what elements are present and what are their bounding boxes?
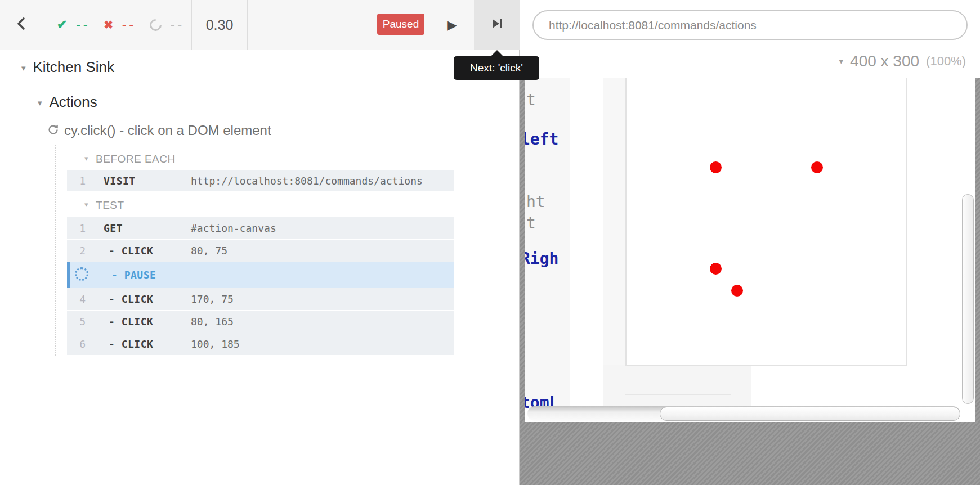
action-canvas[interactable] [625,78,907,366]
chevron-down-icon[interactable]: ▾ [84,200,88,209]
command-number: 1 [67,222,86,234]
command-message: http://localhost:8081/commands/actions [191,175,454,187]
command-row-click[interactable]: 4 - CLICK 170, 75 [67,288,454,311]
next-step-tooltip: Next: 'click' [454,56,539,80]
test-stats: ✔ -- ✖ -- -- [43,0,198,50]
code-fragment: left [525,131,558,149]
section-label-text: BEFORE EACH [96,153,176,165]
pending-count: -- [169,19,184,31]
code-fragment: t [526,214,536,232]
chevron-down-icon[interactable]: ▾ [84,154,88,163]
command-number: 5 [67,316,86,327]
test-duration: 0.30 [191,0,248,50]
before-each-header[interactable]: ▾ BEFORE EACH [84,153,176,165]
before-each-commands: 1 VISIT http://localhost:8081/commands/a… [67,170,454,192]
command-name: GET [104,222,191,234]
click-dot [710,161,722,173]
command-message: 80, 165 [191,316,454,327]
command-message: 80, 75 [191,245,454,257]
paused-badge: Paused [377,14,424,35]
failed-x-icon: ✖ [104,18,113,32]
pending-circle-icon [147,16,164,33]
code-fragment: Righ [525,250,558,268]
code-block-bottom [603,365,751,406]
suite-actions[interactable]: ▾ Actions [38,93,97,111]
command-message: 170, 75 [191,293,454,305]
horizontal-scrollbar-thumb[interactable] [660,407,960,421]
suite-title[interactable]: Actions [50,93,97,111]
command-message: 100, 185 [191,338,454,350]
command-number [70,267,88,283]
test-body-header[interactable]: ▾ TEST [84,199,124,212]
command-name: VISIT [104,175,191,187]
click-dot [811,161,823,173]
command-name: - PAUSE [111,269,194,281]
command-row-click[interactable]: 5 - CLICK 80, 165 [67,311,454,333]
command-row-pause[interactable]: - PAUSE [67,262,454,288]
aut-iframe[interactable]: tlefthttRightomL [525,78,975,422]
test-title[interactable]: cy.click() - click on a DOM element [64,123,271,138]
aut-header: http://localhost:8081/commands/actions ▾… [520,0,980,78]
resume-button[interactable]: ▶ [438,0,466,50]
back-button[interactable] [0,0,43,50]
command-row-visit[interactable]: 1 VISIT http://localhost:8081/commands/a… [67,170,454,192]
click-dot [731,285,743,297]
code-fragment: t [526,91,536,109]
chevron-down-icon[interactable]: ▾ [21,63,26,73]
suite-kitchen-sink[interactable]: ▾ Kitchen Sink [21,59,114,76]
reporter-toolbar: ✔ -- ✖ -- -- 0.30 Paused ▶ [0,0,519,50]
test-cy-click[interactable]: cy.click() - click on a DOM element [47,123,271,138]
viewport-size: 400 x 300 [850,52,919,70]
divider-line [625,394,731,395]
test-guide-line [55,145,56,356]
play-icon: ▶ [447,17,457,33]
failed-count: -- [121,19,135,31]
aut-panel: http://localhost:8081/commands/actions ▾… [520,0,980,485]
viewport-selector[interactable]: ▾ 400 x 300 (100%) [839,52,966,71]
test-commands: 1 GET #action-canvas 2 - CLICK 80, 75 - … [67,217,454,356]
command-row-click[interactable]: 2 - CLICK 80, 75 [67,240,454,262]
chevron-down-icon[interactable]: ▾ [38,98,42,108]
chevron-down-icon[interactable]: ▾ [839,56,844,66]
command-name: - CLICK [109,338,191,350]
command-row-get[interactable]: 1 GET #action-canvas [67,217,454,240]
command-number: 6 [67,338,86,350]
url-bar[interactable]: http://localhost:8081/commands/actions [532,10,968,40]
code-block-left: tlefthttRightomL [525,78,570,406]
viewport-scale: (100%) [926,54,966,69]
command-name: - CLICK [109,293,191,305]
command-message: #action-canvas [191,222,454,234]
command-number: 2 [67,245,86,257]
command-number: 1 [67,175,86,187]
refresh-icon [47,124,59,138]
command-name: - CLICK [109,316,191,327]
url-text: http://localhost:8081/commands/actions [549,19,757,32]
command-number: 4 [67,293,86,305]
command-name: - CLICK [109,245,191,257]
passed-count: -- [75,19,89,31]
command-row-click[interactable]: 6 - CLICK 100, 185 [67,333,454,356]
reporter-panel: ✔ -- ✖ -- -- 0.30 Paused ▶ ▾ Kitchen Sin… [0,0,520,485]
code-block-mid [603,78,625,365]
step-next-button[interactable] [474,0,520,50]
step-next-icon [490,17,504,33]
vertical-scrollbar-thumb[interactable] [962,194,974,404]
chevron-left-icon [15,17,28,33]
section-label-text: TEST [96,199,124,212]
click-dot [710,263,722,275]
passed-check-icon: ✔ [57,17,67,32]
code-fragment: ht [526,193,545,211]
tooltip-text: Next: 'click' [470,62,523,74]
aut-background: tlefthttRightomL [520,78,980,485]
suite-title[interactable]: Kitchen Sink [33,59,115,76]
spinner-icon [75,267,88,281]
